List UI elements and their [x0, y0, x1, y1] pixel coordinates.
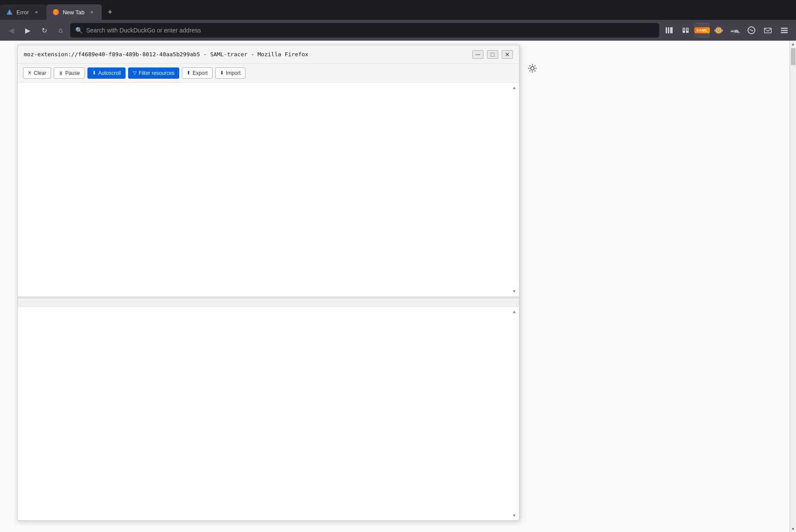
clear-button[interactable]: ✕ Clear	[23, 67, 51, 79]
svg-rect-8	[683, 29, 685, 29]
filter-resources-icon: ▽	[133, 70, 136, 76]
panel-close-button[interactable]: ✕	[502, 50, 513, 59]
svg-rect-4	[668, 27, 669, 33]
svg-point-17	[531, 67, 534, 70]
panel-body: ▲ ▼ ▲ ▼	[18, 83, 519, 520]
panel-title: moz-extension://f4689e40-f89a-489b-8012-…	[24, 51, 308, 58]
saml-tracer-panel: moz-extension://f4689e40-f89a-489b-8012-…	[17, 45, 519, 521]
pane-top-scroll-down[interactable]: ▼	[512, 289, 516, 294]
address-input[interactable]	[86, 27, 654, 34]
svg-rect-14	[781, 28, 788, 29]
menu-button[interactable]	[777, 23, 792, 38]
tab-new-title: New Tab	[63, 9, 84, 16]
clear-label: Clear	[34, 70, 46, 76]
firefox-favicon	[52, 9, 59, 16]
browser-toolbar: ◀ ▶ ↻ ⌂ 🔍	[0, 20, 796, 41]
reload-button[interactable]: ↻	[37, 23, 51, 37]
panel-toolbar: ✕ Clear ⏸ Pause ⬇ Autoscroll ▽ Filter re…	[18, 64, 519, 83]
scroll-up-button[interactable]: ▲	[790, 41, 796, 47]
disconnect-button[interactable]	[744, 23, 759, 38]
saml-tracer-button[interactable]: SAML	[695, 23, 709, 38]
panel-minimize-button[interactable]: ─	[472, 50, 483, 59]
tab-new[interactable]: New Tab ×	[46, 4, 102, 20]
privacy-badger-icon: 🦡	[730, 26, 740, 35]
pane-divider	[18, 298, 519, 307]
autoscroll-icon: ⬇	[92, 70, 96, 76]
toolbar-extension-icons: SAML 🐵 🦡	[662, 23, 792, 38]
page-content: ▲ ▼ moz-extension://f4689e40-f89a-489b-8…	[0, 41, 796, 532]
svg-rect-3	[666, 27, 667, 33]
pause-icon: ⏸	[58, 71, 63, 76]
svg-text:!: !	[9, 12, 10, 15]
settings-gear-icon	[527, 63, 538, 74]
reader-view-button[interactable]	[678, 23, 693, 38]
autoscroll-button[interactable]: ⬇ Autoscroll	[87, 67, 126, 79]
import-button[interactable]: ⬇ Import	[215, 67, 245, 79]
pane-bottom-scroll-up[interactable]: ▲	[512, 309, 516, 314]
privacy-badger-button[interactable]: 🦡	[728, 23, 742, 38]
settings-gear-button[interactable]	[524, 60, 541, 77]
library-icon	[665, 26, 674, 35]
tampermonkey-icon: 🐵	[714, 26, 723, 35]
import-icon: ⬇	[220, 70, 224, 76]
pane-top-scroll-up[interactable]: ▲	[512, 85, 516, 90]
import-label: Import	[226, 70, 241, 76]
tab-error[interactable]: ! Error ×	[0, 4, 46, 20]
svg-rect-13	[764, 28, 771, 33]
pane-bottom-scroll-down[interactable]: ▼	[512, 513, 516, 518]
new-tab-button[interactable]: +	[103, 6, 116, 19]
pause-button[interactable]: ⏸ Pause	[54, 67, 85, 79]
forward-button[interactable]: ▶	[21, 23, 35, 37]
autoscroll-label: Autoscroll	[98, 70, 121, 76]
back-button[interactable]: ◀	[4, 23, 18, 37]
mailvelope-button[interactable]	[761, 23, 775, 38]
svg-rect-9	[683, 30, 685, 31]
scroll-down-button[interactable]: ▼	[790, 526, 796, 532]
browser-scrollbar: ▲ ▼	[790, 41, 796, 532]
panel-maximize-button[interactable]: □	[487, 50, 498, 59]
clear-icon: ✕	[28, 70, 32, 76]
export-icon: ⬆	[187, 70, 190, 76]
menu-icon	[780, 26, 789, 35]
detail-pane[interactable]: ▲ ▼	[18, 307, 519, 520]
library-button[interactable]	[662, 23, 677, 38]
filter-resources-label: Filter resources	[139, 70, 174, 76]
address-bar[interactable]: 🔍	[70, 23, 659, 38]
tab-bar: ! Error × New Tab × +	[0, 0, 796, 20]
filter-resources-button[interactable]: ▽ Filter resources	[128, 67, 179, 79]
mailvelope-icon	[764, 26, 772, 35]
browser-window: ! Error × New Tab × + ◀ ▶ ↻ ⌂ 🔍	[0, 0, 796, 532]
svg-rect-11	[686, 30, 688, 31]
svg-rect-15	[781, 30, 788, 31]
svg-rect-16	[781, 32, 788, 33]
saml-icon: SAML	[694, 27, 710, 33]
disconnect-icon	[747, 26, 756, 35]
home-button[interactable]: ⌂	[54, 23, 68, 37]
pause-label: Pause	[65, 70, 80, 76]
tampermonkey-button[interactable]: 🐵	[711, 23, 726, 38]
panel-window-controls: ─ □ ✕	[472, 50, 513, 59]
svg-rect-10	[686, 29, 688, 29]
tab-new-close[interactable]: ×	[88, 8, 96, 16]
export-button[interactable]: ⬆ Export	[182, 67, 213, 79]
error-favicon: !	[6, 9, 13, 16]
address-search-icon: 🔍	[75, 27, 83, 34]
panel-titlebar: moz-extension://f4689e40-f89a-489b-8012-…	[18, 45, 519, 64]
svg-rect-5	[670, 27, 673, 33]
scroll-thumb[interactable]	[791, 48, 796, 65]
tab-error-close[interactable]: ×	[32, 8, 40, 16]
tab-error-title: Error	[16, 9, 29, 16]
reader-view-icon	[681, 26, 690, 35]
export-label: Export	[193, 70, 208, 76]
requests-pane[interactable]: ▲ ▼	[18, 83, 519, 298]
